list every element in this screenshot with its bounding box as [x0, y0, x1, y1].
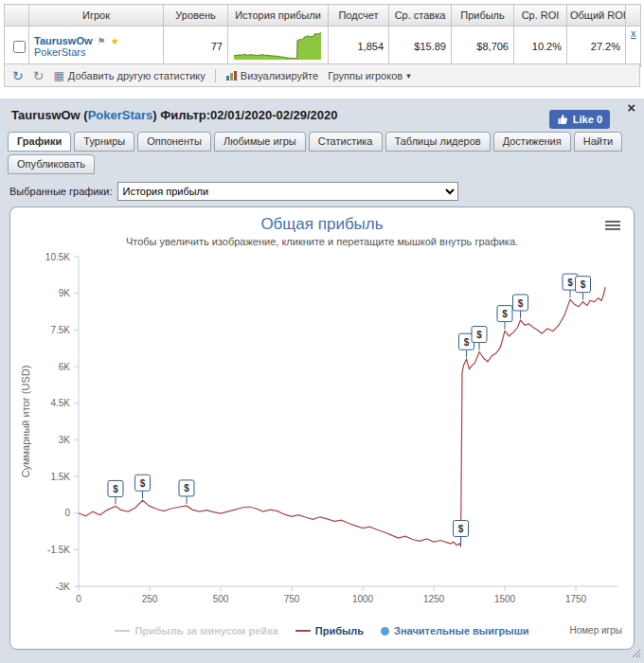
x-tick-label: 1250 [423, 594, 445, 604]
selected-charts-label: Выбранные графики: [9, 186, 112, 197]
column-header-player[interactable]: Игрок [29, 5, 164, 27]
y-tick-label: 10.5K [45, 252, 70, 262]
resize-grip[interactable] [631, 648, 641, 661]
column-header-avg-roi[interactable]: Ср. ROI [514, 5, 567, 27]
flag-dollar-label: $ [476, 330, 482, 340]
y-tick-label: 3K [59, 435, 71, 445]
total-roi-cell: 27.2% [567, 27, 626, 67]
tab-charts[interactable]: Графики [8, 132, 71, 152]
player-groups-label: Группы игроков [328, 70, 402, 81]
close-icon[interactable]: × [627, 99, 635, 116]
column-header-select[interactable] [5, 5, 29, 27]
chart-type-select[interactable]: История прибыли [117, 182, 458, 201]
tab-achievements[interactable]: Достижения [493, 132, 571, 152]
grid-icon: ▦ [53, 69, 63, 82]
y-tick-label: 1.5K [50, 472, 70, 482]
y-tick-label: 7.5K [50, 325, 70, 335]
y-tick-label: 4.5K [50, 398, 70, 408]
flag-dollar-label: $ [518, 298, 524, 309]
column-header-avg-stake[interactable]: Ср. ставка [389, 5, 452, 27]
panel-filter-text: ) Фильтр:02/01/2020-02/29/2020 [152, 108, 337, 122]
legend-item[interactable]: Значительные выигрыши [381, 625, 529, 636]
facebook-like-button[interactable]: Like 0 [549, 110, 610, 129]
player-name-link[interactable]: TauruswOw [34, 35, 93, 46]
pin-flag-icon[interactable]: ⚑ [98, 36, 106, 46]
remove-row-link[interactable]: x [631, 27, 636, 39]
avg-stake-cell: $15.89 [389, 27, 452, 67]
y-axis-title: Суммарный итог (USD) [20, 366, 31, 478]
tab-tournaments[interactable]: Турниры [74, 132, 134, 152]
column-header-count[interactable]: Подсчет [329, 5, 389, 27]
toolbar-divider [215, 69, 216, 82]
flag-dollar-label: $ [140, 478, 146, 489]
column-header-level[interactable]: Уровень [164, 5, 228, 27]
legend-item[interactable]: Прибыль за минусом рейка [115, 625, 277, 636]
chart-container: Общая прибыль Чтобы увеличить изображени… [9, 206, 635, 650]
bar-chart-icon [225, 70, 237, 81]
column-header-profit-history[interactable]: История прибыли [228, 5, 329, 27]
column-header-total-roi[interactable]: Общий ROI [567, 5, 626, 27]
column-header-close[interactable] [626, 5, 641, 27]
profit-history-sparkline[interactable] [233, 30, 322, 61]
flag-dollar-label: $ [113, 484, 118, 494]
flag-dollar-label: $ [184, 483, 189, 493]
visualize-button[interactable]: Визуализируйте [225, 70, 318, 81]
site-link[interactable]: PokerStars [34, 46, 85, 58]
flag-dollar-label: $ [581, 279, 586, 290]
chart-title: Общая прибыль [10, 215, 634, 234]
legend-line-swatch [115, 630, 130, 632]
column-header-profit[interactable]: Прибыль [452, 5, 514, 27]
table-header-row: ИгрокУровеньИстория прибылиПодсчетСр. ст… [5, 5, 641, 27]
chevron-down-icon: ▾ [406, 71, 411, 81]
x-tick-label: 750 [284, 594, 300, 604]
legend-circle-swatch [381, 627, 389, 636]
panel-player-name: TauruswOw ( [11, 108, 88, 122]
panel-site-link[interactable]: PokerStars [88, 108, 153, 122]
tab-publish[interactable]: Опубликовать [8, 154, 95, 174]
refresh-icon[interactable]: ↻ [12, 68, 24, 83]
avg-roi-cell: 10.2% [514, 27, 567, 67]
toolbar: ↻ ↻ ▦ Добавить другую статистику Визуали… [4, 63, 640, 87]
player-panel: TauruswOw (PokerStars) Фильтр:02/01/2020… [0, 99, 644, 663]
x-tick-label: 500 [213, 594, 229, 604]
flag-dollar-label: $ [464, 337, 470, 348]
y-tick-label: 6K [59, 362, 71, 372]
count-cell: 1,854 [329, 27, 389, 67]
y-tick-label: 9K [59, 288, 71, 298]
flag-dollar-label: $ [458, 524, 464, 534]
player-groups-button[interactable]: Группы игроков ▾ [328, 70, 411, 81]
profit-line [79, 287, 605, 546]
page: ИгрокУровеньИстория прибылиПодсчетСр. ст… [0, 0, 644, 663]
tab-favorite-games[interactable]: Любимые игры [214, 132, 306, 152]
star-icon[interactable]: ★ [111, 36, 119, 46]
y-tick-label: 0 [64, 508, 70, 518]
refresh-all-icon[interactable]: ↻ [33, 68, 45, 83]
x-axis-title: Номер игры [569, 625, 622, 636]
x-tick-label: 1000 [352, 594, 374, 604]
legend-item[interactable]: Прибыль [295, 625, 364, 636]
flag-dollar-label: $ [567, 278, 573, 288]
level-cell: 77 [164, 27, 228, 67]
chart-subtitle: Чтобы увеличить изображение, кликните и … [10, 236, 634, 247]
like-count-label: Like 0 [573, 114, 602, 125]
table-row: TauruswOw ⚑ ★ PokerStars 77 1,854 $15.89… [5, 27, 641, 67]
tab-find[interactable]: Найти [574, 132, 622, 152]
legend-line-swatch [295, 630, 311, 632]
profit-chart[interactable]: -3K-1.5K01.5K3K4.5K6K7.5K9K10.5K02505007… [14, 249, 630, 620]
hamburger-menu-icon[interactable] [605, 219, 620, 232]
player-select-checkbox[interactable] [13, 41, 26, 53]
tab-statistics[interactable]: Статистика [309, 132, 383, 152]
y-tick-label: -1.5K [47, 545, 70, 555]
profit-cell: $8,706 [452, 27, 514, 67]
tab-leaderboards[interactable]: Таблицы лидеров [385, 132, 491, 152]
add-statistic-button[interactable]: ▦ Добавить другую статистику [53, 69, 205, 82]
x-tick-label: 1750 [565, 594, 587, 604]
visualize-label: Визуализируйте [241, 70, 318, 81]
add-statistic-label: Добавить другую статистику [68, 70, 206, 81]
tab-opponents[interactable]: Оппоненты [137, 132, 211, 152]
thumbs-up-icon [557, 114, 568, 125]
flag-dollar-label: $ [502, 309, 508, 319]
tabs-row-1: ГрафикиТурнирыОппонентыЛюбимые игрыСтати… [8, 132, 644, 152]
x-tick-label: 250 [142, 594, 158, 604]
x-tick-label: 1500 [494, 594, 516, 604]
